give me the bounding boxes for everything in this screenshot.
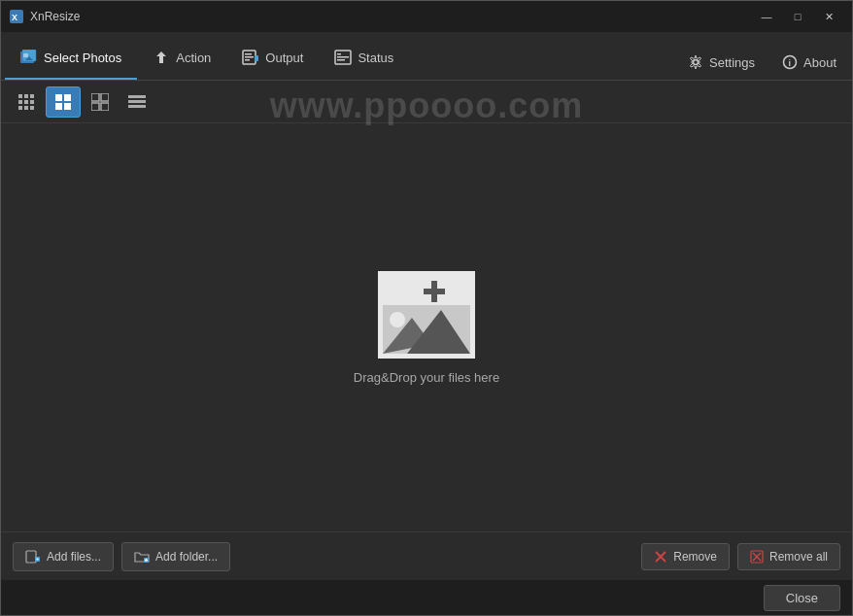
remove-all-icon	[750, 550, 764, 564]
add-files-button[interactable]: Add files...	[13, 542, 114, 571]
add-files-icon	[25, 549, 41, 565]
nav-right: Settings i About	[676, 49, 848, 80]
tab-select-photos-label: Select Photos	[44, 51, 121, 65]
svg-rect-19	[24, 94, 28, 98]
action-icon	[153, 50, 170, 65]
info-icon: i	[782, 54, 798, 70]
add-files-label: Add files...	[47, 550, 101, 564]
svg-rect-4	[23, 53, 28, 57]
settings-button[interactable]: Settings	[676, 49, 767, 76]
remove-label: Remove	[673, 550, 717, 564]
minimize-button[interactable]: —	[751, 5, 782, 28]
svg-rect-33	[91, 103, 99, 111]
svg-rect-28	[64, 94, 71, 101]
view-large-grid-button[interactable]	[9, 86, 44, 118]
svg-rect-37	[128, 105, 146, 108]
svg-rect-31	[91, 93, 99, 101]
svg-rect-24	[18, 106, 22, 110]
bottom-right: Remove Remove all	[641, 543, 840, 570]
remove-button[interactable]: Remove	[641, 543, 730, 570]
about-button[interactable]: i About	[770, 49, 848, 76]
svg-rect-18	[18, 94, 22, 98]
svg-rect-23	[30, 100, 34, 104]
svg-rect-26	[30, 106, 34, 110]
add-photo-icon	[378, 271, 475, 359]
close-window-button[interactable]: ✕	[813, 5, 844, 28]
add-folder-icon	[134, 549, 150, 565]
bottom-left: Add files... Add folder...	[13, 542, 230, 571]
settings-label: Settings	[709, 55, 755, 70]
svg-rect-21	[18, 100, 22, 104]
tab-select-photos[interactable]: Select Photos	[5, 37, 137, 80]
tab-output-label: Output	[265, 51, 303, 65]
svg-rect-30	[64, 103, 71, 110]
svg-rect-34	[101, 103, 109, 111]
svg-rect-10	[255, 55, 258, 61]
remove-all-label: Remove all	[769, 550, 828, 564]
nav-tabs: Select Photos Action Output	[5, 37, 676, 80]
tab-status-label: Status	[358, 51, 393, 65]
svg-rect-36	[128, 100, 146, 103]
svg-rect-8	[245, 56, 254, 58]
add-folder-label: Add folder...	[155, 550, 218, 564]
svg-rect-13	[337, 56, 349, 58]
svg-rect-27	[55, 94, 62, 101]
main-window: X XnResize — □ ✕ Select Photos	[0, 0, 853, 616]
svg-point-15	[694, 60, 699, 65]
list-icon	[128, 93, 146, 111]
add-folder-button[interactable]: Add folder...	[121, 542, 230, 571]
remove-icon	[654, 550, 667, 564]
large-grid-icon	[17, 93, 35, 111]
gear-icon	[688, 54, 703, 70]
view-small-grid-button[interactable]	[83, 86, 118, 118]
svg-text:X: X	[12, 13, 17, 22]
drop-text: Drag&Drop your files here	[354, 370, 499, 385]
svg-rect-12	[337, 53, 341, 55]
app-icon: X	[9, 9, 24, 24]
view-medium-grid-button[interactable]	[46, 86, 81, 118]
svg-rect-32	[101, 93, 109, 101]
bottom-bar: Add files... Add folder... Remove	[1, 531, 852, 580]
window-title: XnResize	[30, 10, 80, 23]
maximize-button[interactable]: □	[782, 5, 813, 28]
close-button[interactable]: Close	[764, 585, 840, 611]
nav-bar: Select Photos Action Output	[1, 32, 852, 81]
svg-point-44	[390, 312, 405, 327]
drop-icon	[378, 271, 475, 359]
tab-status[interactable]: Status	[319, 37, 409, 80]
title-bar-controls: — □ ✕	[751, 5, 844, 28]
svg-rect-14	[337, 59, 345, 61]
svg-rect-20	[30, 94, 34, 98]
svg-rect-40	[424, 289, 445, 294]
tab-output[interactable]: Output	[226, 37, 319, 80]
svg-rect-45	[26, 551, 36, 563]
drop-area: Drag&Drop your files here	[354, 271, 499, 385]
main-content: Drag&Drop your files here	[1, 123, 852, 531]
svg-text:i: i	[789, 58, 792, 68]
svg-rect-9	[245, 59, 250, 61]
view-toolbar	[1, 81, 852, 123]
select-photos-icon	[20, 50, 38, 65]
footer: Close	[1, 580, 852, 615]
about-label: About	[803, 55, 836, 70]
svg-rect-22	[24, 100, 28, 104]
small-grid-icon	[91, 93, 109, 111]
title-bar-left: X XnResize	[9, 9, 80, 24]
remove-all-button[interactable]: Remove all	[737, 543, 840, 570]
svg-rect-29	[55, 103, 62, 110]
tab-action-label: Action	[176, 51, 211, 65]
svg-rect-35	[128, 95, 146, 98]
tab-action[interactable]: Action	[137, 37, 226, 80]
output-icon	[242, 50, 259, 65]
svg-rect-7	[245, 53, 252, 55]
title-bar: X XnResize — □ ✕	[1, 1, 852, 32]
svg-rect-25	[24, 106, 28, 110]
view-list-button[interactable]	[119, 86, 154, 118]
medium-grid-icon	[54, 93, 72, 111]
status-icon	[334, 50, 352, 65]
